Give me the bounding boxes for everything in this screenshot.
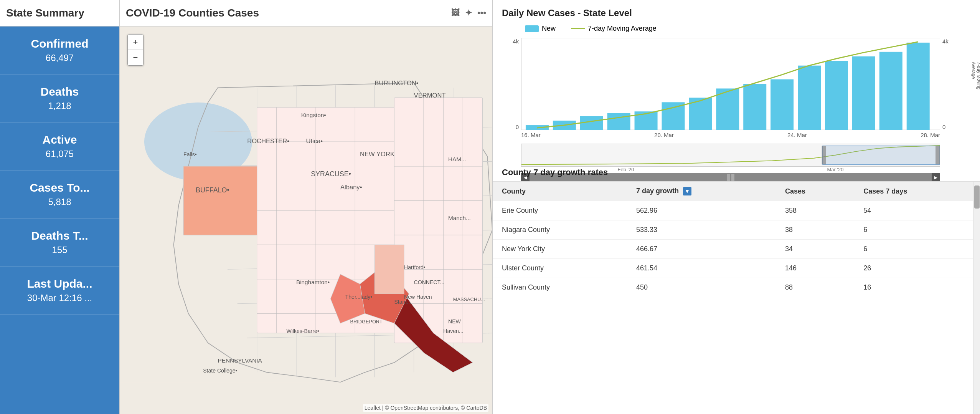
county-table-header-row: County 7 day growth ▼ Cases Cases 7 days <box>493 182 980 201</box>
chart-panel: Daily New Cases - State Level New 7-day … <box>493 0 980 161</box>
stat-last-updated: Last Upda... 30-Mar 12:16 ... <box>0 267 119 315</box>
mini-timeline[interactable] <box>521 144 940 167</box>
legend-new-label: New <box>542 25 556 33</box>
svg-text:HAM...: HAM... <box>448 156 466 162</box>
map-panel: COVID-19 Counties Cases 🖼 ✦ ••• <box>120 0 493 414</box>
stat-deaths: Deaths 1,218 <box>0 75 119 123</box>
screenshot-icon[interactable]: 🖼 <box>451 8 460 18</box>
y-axis-top: 4k <box>513 38 519 45</box>
stat-confirmed: Confirmed 66,497 <box>0 26 119 75</box>
svg-text:Albany•: Albany• <box>340 184 362 191</box>
svg-text:Haven...: Haven... <box>443 328 463 334</box>
svg-text:Hartford•: Hartford• <box>404 264 426 270</box>
stat-confirmed-label: Confirmed <box>6 37 113 50</box>
sort-icon[interactable]: ▼ <box>683 187 691 195</box>
svg-rect-81 <box>798 66 821 130</box>
svg-text:Kingston•: Kingston• <box>301 112 326 118</box>
legend-new: New <box>525 25 556 33</box>
chart-area: 4k 0 <box>502 38 971 130</box>
cell-growth: 533.33 <box>627 220 776 240</box>
chart-title: Daily New Cases - State Level <box>502 8 971 18</box>
zoom-out-button[interactable]: − <box>128 50 143 65</box>
stat-confirmed-value: 66,497 <box>6 53 113 63</box>
cell-cases: 358 <box>776 201 854 220</box>
legend-new-color <box>525 25 539 32</box>
svg-text:NEW YORK: NEW YORK <box>360 151 394 158</box>
legend-moving-avg: 7-day Moving Average <box>571 25 657 33</box>
table-row: Niagara County533.33386 <box>493 220 980 240</box>
svg-rect-76 <box>662 102 685 130</box>
svg-rect-82 <box>825 61 848 130</box>
col-county[interactable]: County <box>493 182 627 201</box>
y-axis-bottom: 0 <box>516 124 519 130</box>
x-label-3: 24. Mar <box>787 132 807 138</box>
table-scrollbar[interactable] <box>973 182 980 414</box>
table-row: New York City466.67346 <box>493 240 980 259</box>
svg-text:Ther...lady•: Ther...lady• <box>345 294 373 300</box>
county-table-body: Erie County562.9635854Niagara County533.… <box>493 201 980 297</box>
legend-moving-avg-line <box>571 28 585 29</box>
zoom-in-button[interactable]: + <box>128 35 143 50</box>
x-label-4: 28. Mar <box>921 132 940 138</box>
stat-deaths-total-label: Deaths T... <box>6 229 113 242</box>
cell-cases: 146 <box>776 259 854 278</box>
stat-deaths-value: 1,218 <box>6 101 113 111</box>
map-title: COVID-19 Counties Cases <box>126 7 259 19</box>
y-axis-right-top: 4k <box>942 38 949 45</box>
col-cases[interactable]: Cases <box>776 182 854 201</box>
mini-chart-svg <box>521 144 940 166</box>
svg-text:New Haven: New Haven <box>404 294 432 300</box>
svg-text:Manch...: Manch... <box>448 215 471 222</box>
cell-cases7: 26 <box>854 259 980 278</box>
svg-text:BRIDGEPORT: BRIDGEPORT <box>350 319 382 325</box>
cell-cases7: 16 <box>854 278 980 297</box>
cell-county: Sullivan County <box>493 278 627 297</box>
svg-rect-85 <box>907 43 930 130</box>
cell-cases: 34 <box>776 240 854 259</box>
zoom-controls[interactable]: + − <box>127 34 144 66</box>
svg-rect-89 <box>935 146 940 164</box>
cell-growth: 450 <box>627 278 776 297</box>
county-table: County 7 day growth ▼ Cases Cases 7 days… <box>493 182 980 297</box>
state-summary-title: State Summary <box>0 0 119 26</box>
county-table-container: County 7 day growth ▼ Cases Cases 7 days… <box>493 182 980 414</box>
cell-growth: 466.67 <box>627 240 776 259</box>
map-svg: BUFFALO• SYRACUSE• NEW YORK Albany• ROCH… <box>120 26 492 414</box>
y-axis-right: 4k 0 7-day MovingAverage <box>940 38 971 130</box>
svg-rect-83 <box>852 56 875 130</box>
svg-text:MASSACHU...: MASSACHU... <box>453 296 485 302</box>
cell-cases7: 6 <box>854 220 980 240</box>
cell-growth: 562.96 <box>627 201 776 220</box>
cell-county: Ulster County <box>493 259 627 278</box>
cell-cases: 88 <box>776 278 854 297</box>
svg-text:Wilkes-Barre•: Wilkes-Barre• <box>286 328 319 334</box>
scrollbar-thumb[interactable] <box>974 185 980 209</box>
svg-text:State College•: State College• <box>203 368 237 374</box>
svg-text:ROCHESTER•: ROCHESTER• <box>247 137 289 145</box>
svg-text:NEW: NEW <box>448 318 461 325</box>
svg-text:BURLINGTON•: BURLINGTON• <box>375 79 418 87</box>
more-options-icon[interactable]: ••• <box>477 8 486 18</box>
svg-text:VERMONT: VERMONT <box>414 92 446 99</box>
cell-growth: 461.54 <box>627 259 776 278</box>
svg-rect-88 <box>822 146 826 164</box>
svg-rect-84 <box>879 52 902 130</box>
x-axis: 16. Mar 20. Mar 24. Mar 28. Mar <box>521 132 940 138</box>
stat-deaths-label: Deaths <box>6 85 113 98</box>
map-container[interactable]: BUFFALO• SYRACUSE• NEW YORK Albany• ROCH… <box>120 26 492 414</box>
col-growth[interactable]: 7 day growth ▼ <box>627 182 776 201</box>
cell-county: Erie County <box>493 201 627 220</box>
cell-county: New York City <box>493 240 627 259</box>
svg-text:CONNECT...: CONNECT... <box>414 279 445 285</box>
svg-rect-87 <box>823 146 940 164</box>
state-summary-panel: State Summary Confirmed 66,497 Deaths 1,… <box>0 0 120 414</box>
svg-rect-80 <box>770 79 794 130</box>
stat-deaths-total: Deaths T... 155 <box>0 219 119 267</box>
county-table-head: County 7 day growth ▼ Cases Cases 7 days <box>493 182 980 201</box>
col-cases7[interactable]: Cases 7 days <box>854 182 980 201</box>
filter-icon[interactable]: ✦ <box>465 8 472 18</box>
svg-text:PENNSYLVANIA: PENNSYLVANIA <box>218 357 262 364</box>
stat-active-value: 61,075 <box>6 149 113 159</box>
svg-rect-38 <box>183 166 257 235</box>
svg-text:Utica•: Utica• <box>306 137 323 145</box>
